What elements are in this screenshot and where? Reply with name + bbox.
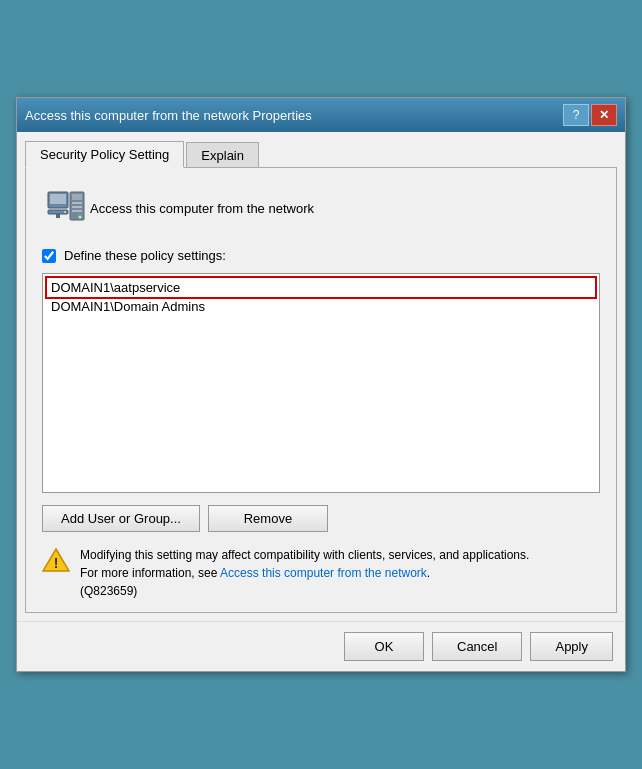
svg-rect-7 (72, 202, 82, 204)
help-button[interactable]: ? (563, 104, 589, 126)
svg-point-3 (64, 211, 66, 213)
close-button[interactable]: ✕ (591, 104, 617, 126)
main-window: Access this computer from the network Pr… (16, 97, 626, 672)
svg-rect-4 (56, 214, 60, 218)
server-icon (42, 184, 90, 232)
title-bar-controls: ? ✕ (563, 104, 617, 126)
bottom-bar: OK Cancel Apply (17, 621, 625, 671)
apply-button[interactable]: Apply (530, 632, 613, 661)
window-body: Security Policy Setting Explain (17, 132, 625, 621)
warning-text: Modifying this setting may affect compat… (80, 546, 529, 600)
tab-explain[interactable]: Explain (186, 142, 259, 168)
users-listbox[interactable]: DOMAIN1\aatpservice DOMAIN1\Domain Admin… (42, 273, 600, 493)
tab-bar: Security Policy Setting Explain (25, 140, 617, 167)
warning-link[interactable]: Access this computer from the network (220, 566, 427, 580)
svg-point-10 (79, 216, 82, 219)
define-policy-checkbox[interactable] (42, 249, 56, 263)
list-item-aatpservice[interactable]: DOMAIN1\aatpservice (47, 278, 595, 297)
title-bar: Access this computer from the network Pr… (17, 98, 625, 132)
list-item-domain-admins[interactable]: DOMAIN1\Domain Admins (47, 297, 595, 316)
user-buttons-row: Add User or Group... Remove (42, 505, 600, 532)
add-user-button[interactable]: Add User or Group... (42, 505, 200, 532)
policy-header: Access this computer from the network (42, 184, 600, 232)
policy-title: Access this computer from the network (90, 201, 314, 216)
warning-box: ! Modifying this setting may affect comp… (42, 546, 600, 600)
svg-rect-1 (50, 194, 66, 204)
tab-content: Access this computer from the network De… (25, 167, 617, 613)
cancel-button[interactable]: Cancel (432, 632, 522, 661)
tab-security-policy[interactable]: Security Policy Setting (25, 141, 184, 168)
window-title: Access this computer from the network Pr… (25, 108, 563, 123)
svg-rect-8 (72, 206, 82, 208)
svg-text:!: ! (54, 555, 59, 571)
define-policy-label: Define these policy settings: (64, 248, 226, 263)
svg-rect-9 (72, 210, 82, 212)
svg-rect-6 (72, 194, 82, 200)
ok-button[interactable]: OK (344, 632, 424, 661)
warning-icon: ! (42, 546, 70, 574)
define-policy-row: Define these policy settings: (42, 248, 600, 263)
remove-button[interactable]: Remove (208, 505, 328, 532)
